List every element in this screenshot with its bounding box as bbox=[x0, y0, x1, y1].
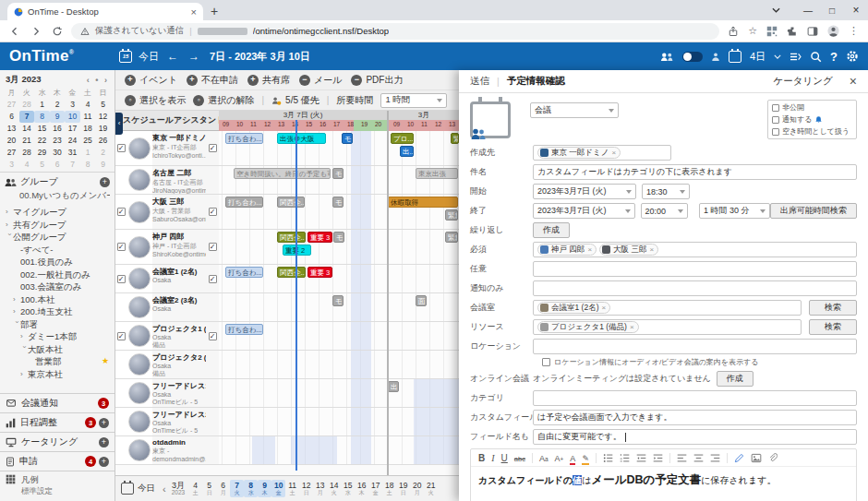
tab-search-chevron-icon[interactable] bbox=[772, 7, 796, 13]
mini-calendar-day[interactable]: 15 bbox=[34, 123, 50, 135]
row-timeline[interactable]: 空き時間扱い。終日の予定も可能...モ..東京出張 bbox=[219, 166, 459, 194]
mini-calendar-day[interactable]: 8 bbox=[34, 111, 50, 123]
mini-calendar-day[interactable]: 25 bbox=[80, 135, 96, 147]
indent-icon[interactable] bbox=[653, 453, 663, 463]
person-chip[interactable]: 東京 一郎ドミノ× bbox=[537, 147, 621, 159]
window-close-button[interactable]: × bbox=[844, 4, 868, 17]
datebar-day[interactable]: 20月 bbox=[410, 480, 424, 497]
search-button[interactable]: 検索 bbox=[809, 300, 857, 316]
chips-input[interactable]: 神戸 四郎×大阪 三郎× bbox=[533, 242, 857, 257]
mini-calendar-day[interactable]: 26 bbox=[95, 135, 111, 147]
forward-icon[interactable] bbox=[30, 26, 42, 37]
datebar-day[interactable]: 17金 bbox=[368, 480, 382, 497]
chips-input[interactable]: プロジェクタ1 (備品)× bbox=[533, 319, 802, 335]
calendar-event[interactable]: 緊急... bbox=[445, 209, 458, 221]
row-timeline[interactable]: モ..面.. bbox=[219, 293, 459, 321]
datebar-day[interactable]: 4土 bbox=[188, 480, 202, 497]
mini-calendar-day[interactable]: 24 bbox=[65, 135, 80, 147]
include-checkbox[interactable]: ✓ bbox=[209, 144, 217, 152]
create-repeat-button[interactable]: 作成 bbox=[533, 222, 570, 238]
include-checkbox[interactable]: ✓ bbox=[209, 243, 217, 251]
mini-calendar-day[interactable]: 4 bbox=[19, 159, 35, 171]
send-button[interactable]: 送信 bbox=[470, 75, 489, 88]
datebar-day[interactable]: 14火 bbox=[327, 480, 341, 497]
row-checkbox[interactable]: ✓ bbox=[117, 275, 126, 283]
datebar-day[interactable]: 15水 bbox=[341, 480, 355, 497]
chip-remove-icon[interactable]: × bbox=[587, 245, 592, 254]
mini-calendar-day[interactable]: 12 bbox=[95, 111, 111, 123]
toolbar-button[interactable]: +不在申請 bbox=[187, 74, 238, 87]
tree-item[interactable]: ›ダミー1本部 bbox=[0, 330, 115, 343]
datebar-day[interactable]: 19日 bbox=[396, 480, 410, 497]
calendar-event[interactable]: 面.. bbox=[416, 295, 427, 306]
duration-select[interactable]: 1 時間 30 分 bbox=[699, 203, 770, 219]
toolbar-button[interactable]: −PDF出力 bbox=[351, 74, 403, 87]
mini-calendar-day[interactable]: 2 bbox=[50, 99, 66, 111]
italic-icon[interactable]: I bbox=[491, 452, 494, 463]
row-timeline[interactable]: 打ち合わ...関西企...重要 3 bbox=[219, 265, 459, 292]
row-timeline[interactable] bbox=[219, 408, 459, 435]
help-icon[interactable]: ? bbox=[830, 50, 838, 64]
mini-calendar-day[interactable]: 23 bbox=[50, 135, 66, 147]
datebar-day[interactable]: 6月 bbox=[216, 480, 230, 497]
calendar-event[interactable]: 出.. bbox=[400, 146, 414, 157]
font-decrease-icon[interactable]: Aa bbox=[539, 452, 549, 463]
calendar-event[interactable]: 出.. bbox=[388, 381, 399, 392]
row-timeline[interactable]: 打ち合わ...関西企...モ..休暇取得緊急... bbox=[219, 195, 459, 229]
highlight-icon[interactable]: ✎ bbox=[582, 452, 589, 463]
row-checkbox[interactable]: ✓ bbox=[117, 208, 126, 216]
calendar-event[interactable]: 空き時間扱い。終日の予定も可能... bbox=[234, 168, 331, 179]
calendar-event[interactable]: 打ち合わ... bbox=[225, 197, 263, 208]
browser-tab[interactable]: OnTime - Desktop × bbox=[7, 3, 203, 20]
mini-calendar-day[interactable]: 6 bbox=[4, 111, 19, 123]
mini-calendar-day[interactable]: 13 bbox=[4, 123, 19, 135]
bookmark-star-icon[interactable]: ☆ bbox=[748, 25, 757, 37]
calendar-event[interactable]: 関西企... bbox=[277, 197, 305, 208]
mini-calendar-day[interactable]: 28 bbox=[19, 99, 35, 111]
mini-calendar-nav[interactable]: ‹ • › bbox=[87, 76, 109, 85]
mini-calendar-day[interactable]: 31 bbox=[65, 147, 80, 159]
mini-calendar-day[interactable]: 14 bbox=[19, 123, 35, 135]
chip-remove-icon[interactable]: × bbox=[630, 323, 634, 331]
add-button[interactable]: + bbox=[99, 418, 109, 428]
person-chip[interactable]: プロジェクタ1 (備品)× bbox=[537, 321, 639, 333]
person-view-icon[interactable] bbox=[711, 52, 720, 62]
datebar-day[interactable]: 10金 bbox=[271, 480, 285, 497]
next-period-button[interactable]: → bbox=[187, 50, 201, 63]
mini-calendar-day[interactable]: 27 bbox=[4, 99, 19, 111]
today-button[interactable]: 今日 bbox=[139, 50, 159, 64]
add-button[interactable]: + bbox=[99, 437, 109, 447]
add-button[interactable]: + bbox=[99, 457, 109, 467]
sidebar-item-my-members[interactable]: 00.Myいつものメンバー bbox=[5, 188, 110, 203]
extensions-puzzle-icon[interactable] bbox=[787, 26, 798, 37]
datebar-day[interactable]: 7火 bbox=[230, 480, 244, 497]
group-view-icon[interactable] bbox=[660, 52, 674, 62]
pen-icon[interactable] bbox=[734, 453, 744, 463]
datebar-day[interactable]: 16木 bbox=[355, 480, 368, 497]
font-increase-icon[interactable]: A+ bbox=[555, 452, 564, 463]
tree-item[interactable]: ›マイグループ bbox=[0, 206, 115, 219]
calendar-event[interactable]: 緊 bbox=[451, 133, 459, 144]
tree-item[interactable]: ›共有グループ bbox=[0, 219, 115, 232]
url-bar[interactable]: 保護されていない通信 | /ontime/ontimegcclient.nsf/… bbox=[71, 23, 719, 40]
date-select[interactable]: 2023年3月7日 (火) bbox=[533, 203, 635, 219]
datebar-prev-icon[interactable]: ‹ bbox=[163, 483, 166, 495]
mini-calendar-day[interactable]: 21 bbox=[19, 135, 35, 147]
row-checkbox[interactable]: ✓ bbox=[117, 332, 126, 340]
search-button[interactable]: 検索 bbox=[809, 319, 857, 335]
calendar-event[interactable]: 東京出張 bbox=[416, 168, 458, 179]
mini-calendar-day[interactable]: 19 bbox=[95, 123, 111, 135]
mini-calendar-day[interactable]: 27 bbox=[4, 147, 19, 159]
person-chip[interactable]: 神戸 四郎× bbox=[537, 244, 597, 256]
side-panel-icon[interactable] bbox=[807, 26, 818, 37]
layout-switch-icon[interactable] bbox=[790, 52, 802, 62]
toolbar-button[interactable]: −メール bbox=[299, 74, 342, 87]
mini-calendar-day[interactable]: 2 bbox=[95, 147, 111, 159]
row-timeline[interactable]: 関西企...重要 3モ..重要 2緊急... bbox=[219, 230, 459, 264]
row-timeline[interactable]: 打ち合わ... bbox=[219, 322, 459, 350]
datebar-day[interactable]: 11土 bbox=[285, 480, 299, 497]
mini-calendar-day[interactable]: 5 bbox=[95, 99, 111, 111]
underline-icon[interactable]: U bbox=[501, 452, 508, 463]
calendar-event[interactable]: モ.. bbox=[333, 232, 344, 243]
share-icon[interactable] bbox=[728, 26, 739, 37]
